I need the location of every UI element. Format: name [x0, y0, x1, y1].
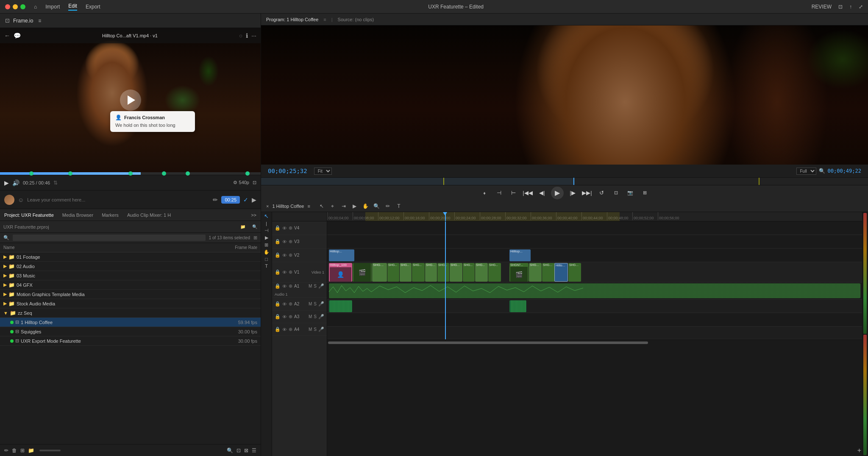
track-vis-a2[interactable]: 👁 — [282, 302, 287, 307]
zoom-tool-tl[interactable]: 🔍 — [372, 201, 381, 211]
step-back-btn[interactable]: ◀| — [537, 187, 548, 199]
track-sync-a2[interactable]: ⊕ — [289, 301, 292, 307]
tab-audio-mixer[interactable]: Audio Clip Mixer: 1 H — [127, 213, 171, 218]
check-icon[interactable]: ✓ — [243, 196, 248, 203]
linked-tl[interactable]: ⊞ — [264, 242, 268, 248]
clip-v1-right-2[interactable]: SHGN7... — [529, 263, 542, 282]
fullscreen-toggle[interactable]: ⊡ — [253, 180, 256, 185]
track-sync-v2[interactable]: ⊕ — [289, 252, 292, 258]
track-m-a2[interactable]: M — [309, 302, 312, 306]
nav-home[interactable]: ⌂ — [34, 4, 37, 10]
clip-v1-6[interactable]: SHGN7... — [425, 263, 437, 282]
settings-btn[interactable]: ⊞ — [639, 187, 650, 199]
clip-v2-1[interactable]: Hilltop... — [329, 249, 354, 261]
scrollbar-thumb[interactable] — [328, 341, 648, 344]
clip-v1-3[interactable]: SHG... — [387, 263, 399, 282]
comment-input[interactable] — [27, 197, 209, 202]
list-item[interactable]: ▶ 📁 Stock Audio Media — [0, 299, 261, 308]
info-icon[interactable]: ℹ — [246, 32, 248, 39]
list-item[interactable]: ▶ 📁 03 Music — [0, 271, 261, 280]
frameio-menu[interactable]: ≡ — [38, 18, 41, 24]
zoom-level-select[interactable]: Full — [796, 168, 816, 175]
zoom-select[interactable]: Fit — [314, 168, 332, 175]
ripple-tool[interactable]: ⇥ — [339, 201, 348, 211]
clip-v1-8[interactable]: SHGN7... — [450, 263, 462, 282]
tab-project[interactable]: Project: UXR Featurette — [4, 213, 54, 218]
comment-icon[interactable]: 💬 — [14, 32, 21, 39]
track-tl[interactable]: ▶ — [265, 235, 268, 241]
list-item[interactable]: ▶ 📁 Motion Graphics Template Media — [0, 290, 261, 299]
draw-icon[interactable]: ✏ — [213, 196, 218, 203]
arrows-icon[interactable]: ⇅ — [53, 180, 58, 186]
pencil-icon[interactable]: ✏ — [4, 448, 8, 453]
track-s-a3[interactable]: S — [314, 314, 317, 319]
tab-media-browser[interactable]: Media Browser — [62, 213, 93, 218]
list-item[interactable]: ▶ 📁 04 GFX — [0, 280, 261, 290]
hand-tl[interactable]: ✋ — [264, 249, 270, 255]
search-input[interactable] — [13, 235, 206, 241]
track-sync-v4[interactable]: ⊕ — [289, 225, 292, 231]
track-s-a1[interactable]: S — [314, 284, 317, 288]
track-lock-a3[interactable]: 🔒 — [275, 314, 281, 319]
track-lock-v2[interactable]: 🔒 — [275, 252, 281, 258]
clip-v2-2[interactable]: Hilltop... — [509, 249, 531, 261]
search-icon[interactable]: 🔍 — [252, 224, 257, 229]
close-button[interactable] — [5, 4, 10, 9]
track-vis-v2[interactable]: 👁 — [282, 253, 287, 258]
search-icon[interactable]: 🔍 — [227, 448, 233, 453]
grid-icon[interactable]: ⊞ — [20, 448, 25, 453]
nav-import[interactable]: Import — [45, 4, 60, 10]
hand-tool[interactable]: ✋ — [361, 201, 370, 211]
new-bin-icon[interactable]: 📁 — [240, 224, 245, 229]
fullscreen-icon[interactable]: ⤢ — [859, 4, 863, 10]
list-item[interactable]: ⊟ 1 Hilltop Coffee 59.94 fps — [0, 318, 261, 327]
list-icon[interactable]: ☰ — [252, 448, 256, 453]
track-vis-a3[interactable]: 👁 — [282, 314, 287, 319]
add-marker-btn[interactable]: ♦ — [479, 187, 490, 199]
track-m-a3[interactable]: M — [309, 314, 312, 319]
panel-expand[interactable]: >> — [251, 213, 256, 218]
type-tool[interactable]: T — [394, 201, 403, 211]
play-button[interactable] — [120, 90, 141, 111]
step-fwd-btn[interactable]: |▶ — [567, 187, 578, 199]
track-lock-a4[interactable]: 🔒 — [275, 327, 281, 332]
panel-icon[interactable]: ⊡ — [236, 448, 241, 453]
trash-icon[interactable]: 🗑 — [12, 448, 17, 453]
track-mic-a2[interactable]: 🎤 — [318, 301, 324, 307]
panel-icon[interactable]: ⊡ — [838, 4, 843, 10]
clip-v1-right-3[interactable]: SHGN7_S — [542, 263, 555, 282]
bin-icon[interactable]: 📁 — [28, 448, 34, 453]
play-stop-btn[interactable]: ▶ — [551, 187, 564, 199]
list-item[interactable]: ▼ 📁 zz Seq — [0, 308, 261, 318]
track-mic-a1[interactable]: 🎤 — [318, 283, 324, 289]
emoji-icon[interactable]: ☺ — [18, 196, 24, 203]
settings-icon[interactable]: ⚙ 540p — [233, 180, 249, 185]
clip-v1-pink[interactable]: Hilltop_100 👤 — [329, 263, 352, 282]
track-sync-v3[interactable]: ⊕ — [289, 239, 292, 244]
razor-tl[interactable]: | — [266, 221, 267, 226]
clip-v1-last[interactable]: SHGN7_S — [568, 263, 581, 282]
clip-v1-1[interactable]: 🎬 — [353, 263, 372, 282]
tab-markers[interactable]: Markers — [102, 213, 119, 218]
clip-v1-4[interactable]: SHG... — [400, 263, 412, 282]
track-m-a4[interactable]: M — [309, 327, 312, 332]
export-frame-btn[interactable]: 📷 — [625, 187, 636, 199]
track-lock-a2[interactable]: 🔒 — [275, 301, 281, 307]
track-lock-v1[interactable]: 🔒 — [275, 269, 281, 275]
goto-in-btn[interactable]: |◀◀ — [522, 187, 533, 199]
track-sync-a1[interactable]: ⊕ — [289, 283, 292, 289]
minimize-button[interactable] — [13, 4, 18, 9]
clip-v1-5[interactable]: SHG... — [412, 263, 425, 282]
track-lock-v3[interactable]: 🔒 — [275, 239, 281, 244]
safe-margin-btn[interactable]: ⊡ — [610, 187, 621, 199]
clip-v1-2[interactable]: SHGN7_5... — [372, 263, 387, 282]
list-item[interactable]: ▶ 📁 01 Footage — [0, 252, 261, 262]
source-monitor-tab[interactable]: Source: (no clips) — [338, 17, 374, 22]
pen-tool[interactable]: ✏ — [383, 201, 392, 211]
fullscreen-button[interactable] — [20, 4, 25, 9]
clip-v1-10[interactable]: SHG... — [475, 263, 488, 282]
review-button[interactable]: REVIEW — [812, 4, 832, 10]
track-vis-v3[interactable]: 👁 — [282, 239, 287, 244]
track-vis-v4[interactable]: 👁 — [282, 226, 287, 231]
out-point-btn[interactable]: ⊢ — [508, 187, 519, 199]
